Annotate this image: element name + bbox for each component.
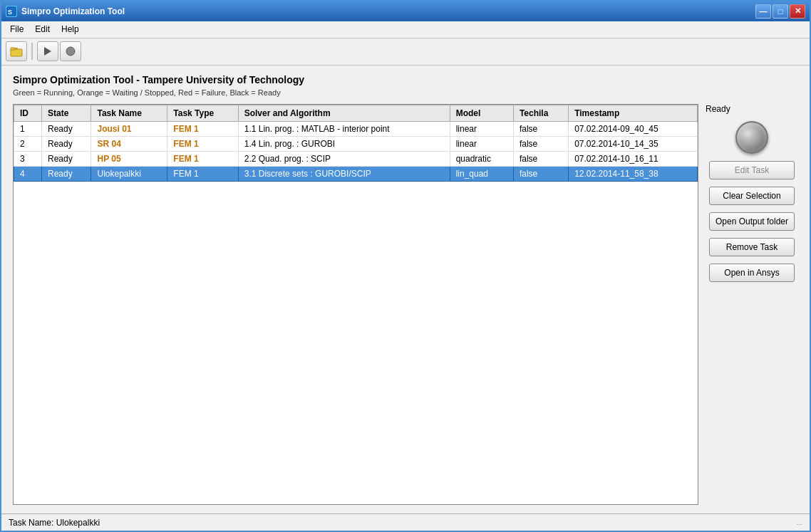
app-title: Simpro Optimization Tool - Tampere Unive… — [13, 74, 798, 85]
cell-task-type: FEM 1 — [167, 151, 238, 166]
task-table: ID State Task Name Task Type Solver and … — [14, 105, 698, 182]
menu-help[interactable]: Help — [56, 23, 85, 36]
col-id: ID — [14, 105, 42, 121]
status-corner: ... — [797, 518, 802, 526]
minimize-button[interactable]: — — [755, 4, 771, 19]
maximize-button[interactable]: □ — [773, 4, 788, 19]
status-label: Ready — [706, 104, 730, 114]
table-row[interactable]: 3ReadyHP 05FEM 12.2 Quad. prog. : SCIPqu… — [14, 151, 698, 166]
col-solver: Solver and Algorithm — [238, 105, 450, 121]
cell-state: Ready — [41, 121, 91, 136]
cell-techila: false — [513, 166, 568, 181]
cell-techila: false — [513, 151, 568, 166]
close-button[interactable]: ✕ — [790, 4, 805, 19]
cell-timestamp: 07.02.2014-10_16_11 — [569, 151, 698, 166]
cell-timestamp: 07.02.2014-10_14_35 — [569, 136, 698, 151]
cell-task-name: SR 04 — [91, 136, 167, 151]
toolbar — [1, 38, 810, 66]
status-bar: Task Name: Ulokepalkki ... — [1, 513, 810, 531]
window-title: Simpro Optimization Tool — [21, 6, 755, 16]
cell-solver: 3.1 Discrete sets : GUROBI/SCIP — [238, 166, 450, 181]
table-row[interactable]: 4ReadyUlokepalkkiFEM 13.1 Discrete sets … — [14, 166, 698, 181]
cell-techila: false — [513, 121, 568, 136]
cell-model: lin_quad — [450, 166, 513, 181]
col-timestamp: Timestamp — [569, 105, 698, 121]
stop-button[interactable] — [60, 41, 81, 61]
open-button[interactable] — [6, 41, 27, 61]
col-techila: Techila — [513, 105, 568, 121]
open-ansys-button[interactable]: Open in Ansys — [709, 264, 795, 282]
remove-task-button[interactable]: Remove Task — [709, 238, 795, 256]
cell-id: 2 — [14, 136, 42, 151]
menu-edit[interactable]: Edit — [29, 23, 56, 36]
toolbar-separator — [31, 43, 33, 60]
cell-timestamp: 12.02.2014-11_58_38 — [569, 166, 698, 181]
cell-state: Ready — [41, 166, 91, 181]
table-header-row: ID State Task Name Task Type Solver and … — [14, 105, 698, 121]
svg-text:S: S — [8, 9, 12, 16]
title-bar: S Simpro Optimization Tool — □ ✕ — [1, 1, 810, 21]
col-task-type: Task Type — [167, 105, 238, 121]
menu-file[interactable]: File — [4, 23, 29, 36]
cell-solver: 1.1 Lin. prog. : MATLAB - interior point — [238, 121, 450, 136]
cell-task-name: HP 05 — [91, 151, 167, 166]
cell-model: linear — [450, 121, 513, 136]
col-model: Model — [450, 105, 513, 121]
open-output-button[interactable]: Open Output folder — [709, 212, 795, 231]
cell-task-name: Jousi 01 — [91, 121, 167, 136]
main-content: Simpro Optimization Tool - Tampere Unive… — [1, 66, 810, 514]
cell-task-type: FEM 1 — [167, 166, 238, 181]
cell-state: Ready — [41, 136, 91, 151]
cell-task-type: FEM 1 — [167, 121, 238, 136]
play-button[interactable] — [37, 41, 58, 61]
cell-model: linear — [450, 136, 513, 151]
table-row[interactable]: 2ReadySR 04FEM 11.4 Lin. prog. : GUROBIl… — [14, 136, 698, 151]
cell-solver: 2.2 Quad. prog. : SCIP — [238, 151, 450, 166]
content-row: ID State Task Name Task Type Solver and … — [13, 104, 798, 506]
clear-selection-button[interactable]: Clear Selection — [709, 187, 795, 205]
cell-model: quadratic — [450, 151, 513, 166]
svg-rect-4 — [11, 48, 15, 50]
col-task-name: Task Name — [91, 105, 167, 121]
cell-timestamp: 07.02.2014-09_40_45 — [569, 121, 698, 136]
cell-techila: false — [513, 136, 568, 151]
legend-text: Green = Running, Orange = Waiting / Stop… — [13, 88, 798, 97]
status-indicator — [735, 121, 768, 154]
task-table-container: ID State Task Name Task Type Solver and … — [13, 104, 698, 506]
cell-id: 1 — [14, 121, 42, 136]
cell-id: 4 — [14, 166, 42, 181]
side-panel: Ready Edit Task Clear Selection Open Out… — [706, 104, 798, 506]
svg-marker-5 — [44, 47, 51, 56]
cell-task-name: Ulokepalkki — [91, 166, 167, 181]
app-icon: S — [6, 6, 17, 17]
cell-state: Ready — [41, 151, 91, 166]
cell-task-type: FEM 1 — [167, 136, 238, 151]
cell-solver: 1.4 Lin. prog. : GUROBI — [238, 136, 450, 151]
edit-task-button[interactable]: Edit Task — [709, 161, 795, 179]
menu-bar: File Edit Help — [1, 21, 810, 38]
svg-point-6 — [66, 47, 75, 56]
col-state: State — [41, 105, 91, 121]
status-task-name: Task Name: Ulokepalkki — [9, 518, 100, 528]
table-row[interactable]: 1ReadyJousi 01FEM 11.1 Lin. prog. : MATL… — [14, 121, 698, 136]
cell-id: 3 — [14, 151, 42, 166]
window-controls: — □ ✕ — [755, 4, 805, 19]
